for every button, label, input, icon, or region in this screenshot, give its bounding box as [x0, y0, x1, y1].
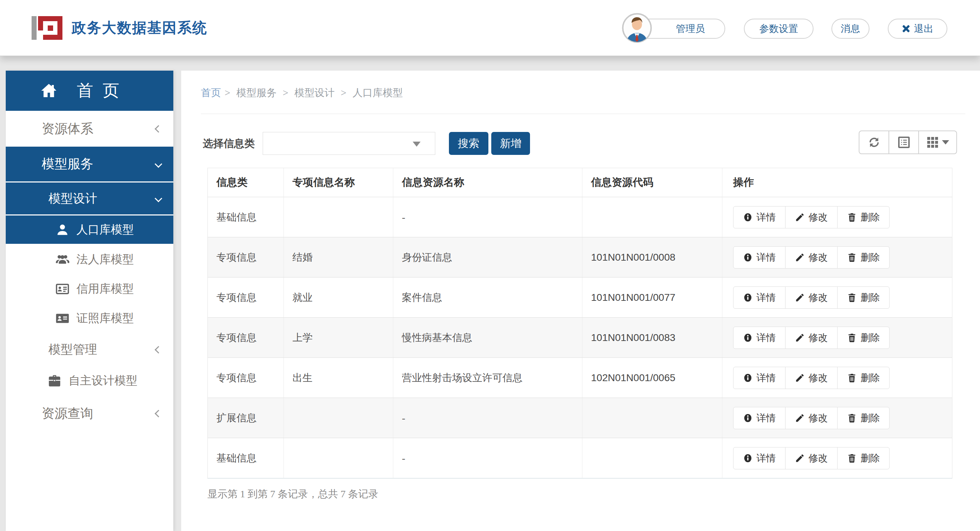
- info-icon: [743, 252, 753, 262]
- cell-resource-code: [582, 438, 722, 478]
- column-header: 专项信息名称: [284, 168, 393, 197]
- id-card-icon: [56, 282, 69, 296]
- cell-special-name: [284, 398, 393, 438]
- breadcrumb: 首页> 模型服务 > 模型设计 > 人口库模型: [201, 85, 406, 101]
- delete-button[interactable]: 删除: [837, 407, 889, 429]
- sidebar-item-self-design-model[interactable]: 自主设计模型: [6, 366, 173, 395]
- detail-button[interactable]: 详情: [733, 367, 786, 389]
- detail-button[interactable]: 详情: [733, 327, 786, 349]
- chevron-left-icon: [155, 125, 162, 132]
- cell-info-class: 基础信息: [208, 438, 284, 478]
- sidebar-item-label: 首页: [77, 79, 129, 102]
- home-icon: [40, 82, 57, 99]
- breadcrumb-home-link[interactable]: 首页: [201, 87, 221, 98]
- column-header: 信息资源名称: [393, 168, 582, 197]
- list-icon: [897, 136, 910, 149]
- delete-button[interactable]: 删除: [837, 246, 889, 269]
- info-icon: [743, 413, 753, 423]
- cell-resource-code: 101N01N001/0077: [582, 277, 722, 317]
- sidebar-item-label: 模型管理: [48, 341, 97, 358]
- grid-columns-icon: [926, 136, 939, 149]
- delete-button[interactable]: 删除: [837, 447, 889, 469]
- edit-button[interactable]: 修改: [785, 327, 838, 349]
- sidebar-item-label: 自主设计模型: [68, 373, 137, 389]
- table-row: 基础信息 - 详情 修改 删除: [208, 438, 952, 478]
- cell-resource-name: -: [393, 438, 582, 478]
- edit-button[interactable]: 修改: [785, 407, 838, 429]
- table-row: 基础信息 - 详情 修改 删除: [208, 197, 952, 237]
- table-row: 扩展信息 - 详情 修改 删除: [208, 398, 952, 438]
- cell-resource-name: 身份证信息: [393, 237, 582, 277]
- trash-icon: [847, 413, 857, 423]
- pencil-icon: [795, 252, 805, 262]
- briefcase-icon: [48, 374, 61, 388]
- sidebar-item-resource-system[interactable]: 资源体系: [6, 111, 173, 147]
- sidebar-item-population-model[interactable]: 人口库模型: [6, 216, 173, 245]
- edit-button[interactable]: 修改: [785, 447, 838, 469]
- delete-button[interactable]: 删除: [837, 287, 889, 309]
- trash-icon: [847, 252, 857, 262]
- pagination-summary: 显示第 1 到第 7 条记录，总共 7 条记录: [207, 487, 378, 501]
- column-header: 信息资源代码: [582, 168, 722, 197]
- search-button[interactable]: 搜索: [449, 132, 488, 155]
- detail-button[interactable]: 详情: [733, 206, 786, 228]
- breadcrumb-separator: >: [283, 87, 288, 98]
- columns-button[interactable]: [918, 130, 957, 154]
- sidebar-item-home[interactable]: 首页: [6, 71, 173, 111]
- refresh-button[interactable]: [859, 130, 889, 154]
- app-logo: [32, 16, 62, 40]
- logout-label: 退出: [914, 22, 933, 35]
- sidebar-item-resource-query[interactable]: 资源查询: [6, 395, 173, 431]
- detail-button[interactable]: 详情: [733, 407, 786, 429]
- table-row: 专项信息 就业 案件信息 101N01N001/0077 详情 修改 删除: [208, 277, 952, 317]
- caret-down-icon: [942, 140, 949, 144]
- cell-resource-code: 102N01N001/0065: [582, 358, 722, 398]
- detail-button[interactable]: 详情: [733, 447, 786, 469]
- detail-button[interactable]: 详情: [733, 287, 786, 309]
- edit-button[interactable]: 修改: [785, 367, 838, 389]
- sidebar-item-certificate-model[interactable]: 证照库模型: [6, 304, 173, 333]
- breadcrumb-divider: [201, 114, 965, 114]
- sidebar-item-credit-model[interactable]: 信用库模型: [6, 274, 173, 304]
- trash-icon: [847, 333, 857, 343]
- sidebar-item-model-management[interactable]: 模型管理: [6, 333, 173, 366]
- sidebar-item-label: 资源查询: [41, 405, 93, 422]
- chevron-down-icon: [155, 195, 162, 202]
- chevron-left-icon: [155, 409, 162, 417]
- sidebar-item-legal-entity-model[interactable]: 法人库模型: [6, 245, 173, 274]
- user-avatar[interactable]: [622, 13, 652, 43]
- messages-label: 消息: [841, 22, 860, 35]
- cell-info-class: 专项信息: [208, 237, 284, 277]
- edit-button[interactable]: 修改: [785, 246, 838, 269]
- pencil-icon: [795, 413, 805, 423]
- cell-resource-name: 慢性病基本信息: [393, 318, 582, 357]
- add-button[interactable]: 新增: [491, 132, 530, 155]
- logo-red-mark-icon: [38, 16, 62, 40]
- edit-button[interactable]: 修改: [785, 287, 838, 309]
- info-class-select[interactable]: [262, 132, 435, 155]
- cell-special-name: [284, 438, 393, 478]
- cell-special-name: 就业: [284, 277, 393, 317]
- cell-special-name: 上学: [284, 318, 393, 357]
- settings-button[interactable]: 参数设置: [744, 19, 813, 39]
- detail-button[interactable]: 详情: [733, 246, 786, 269]
- toggle-view-button[interactable]: [888, 130, 919, 154]
- edit-button[interactable]: 修改: [785, 206, 838, 228]
- info-icon: [743, 293, 753, 303]
- table-row: 专项信息 结婚 身份证信息 101N01N001/0008 详情 修改 删除: [208, 237, 952, 277]
- delete-button[interactable]: 删除: [837, 327, 889, 349]
- sidebar-item-model-services[interactable]: 模型服务: [6, 147, 173, 182]
- sidebar-item-label: 模型设计: [48, 190, 97, 207]
- logo-gray-bar-icon: [32, 16, 37, 40]
- delete-button[interactable]: 删除: [837, 367, 889, 389]
- logout-button[interactable]: 退出: [888, 19, 947, 39]
- cell-info-class: 专项信息: [208, 318, 284, 357]
- trash-icon: [847, 293, 857, 303]
- breadcrumb-item: 模型服务: [237, 87, 277, 98]
- cell-resource-name: 案件信息: [393, 277, 582, 317]
- delete-button[interactable]: 删除: [837, 206, 889, 228]
- messages-button[interactable]: 消息: [831, 19, 869, 39]
- sidebar-item-model-design[interactable]: 模型设计: [6, 182, 173, 216]
- app-title: 政务大数据基因系统: [72, 18, 207, 38]
- info-icon: [743, 453, 753, 463]
